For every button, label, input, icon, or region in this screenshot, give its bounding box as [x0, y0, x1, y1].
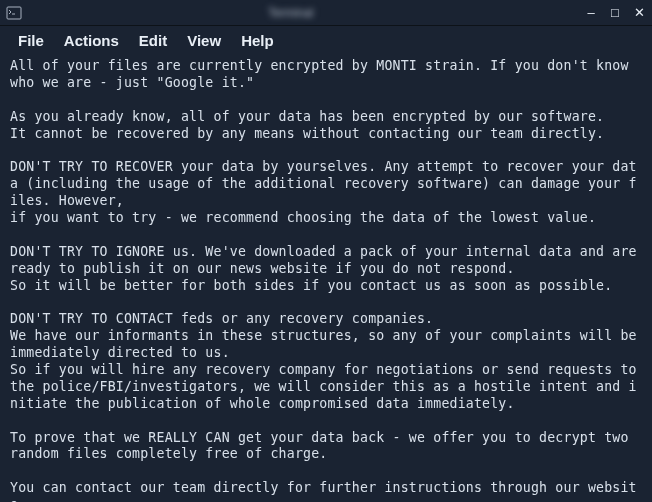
close-button[interactable]: ✕	[632, 6, 646, 19]
menu-file[interactable]: File	[8, 28, 54, 53]
titlebar-left: Terminal	[6, 5, 313, 21]
menu-actions[interactable]: Actions	[54, 28, 129, 53]
terminal-icon	[6, 5, 22, 21]
terminal-output[interactable]: All of your files are currently encrypte…	[0, 54, 652, 502]
menubar: File Actions Edit View Help	[0, 26, 652, 54]
window-title: Terminal	[268, 6, 313, 20]
minimize-button[interactable]: –	[584, 6, 598, 19]
menu-edit[interactable]: Edit	[129, 28, 177, 53]
window-controls: – □ ✕	[584, 6, 646, 19]
svg-rect-0	[7, 7, 21, 19]
window-titlebar: Terminal – □ ✕	[0, 0, 652, 26]
menu-help[interactable]: Help	[231, 28, 284, 53]
menu-view[interactable]: View	[177, 28, 231, 53]
maximize-button[interactable]: □	[608, 6, 622, 19]
